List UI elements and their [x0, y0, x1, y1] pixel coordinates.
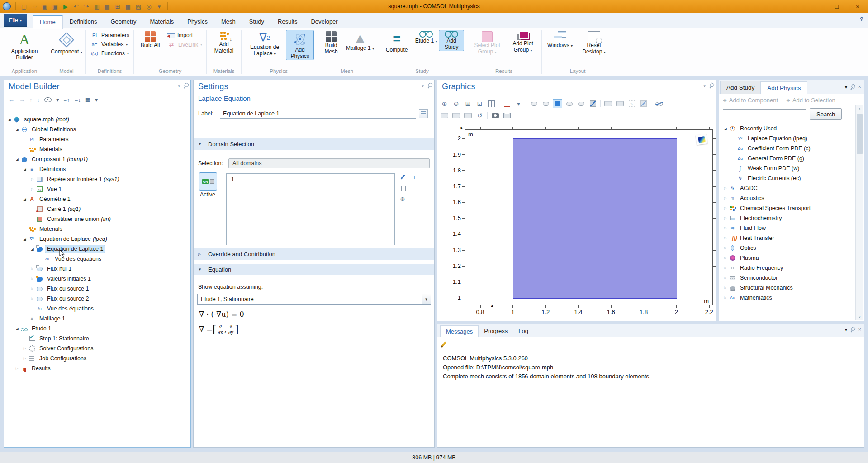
clear-selection-icon[interactable] [588, 100, 597, 108]
close-button[interactable]: × [847, 0, 868, 13]
add-material-button[interactable]: ↓Add Material [209, 30, 239, 54]
maillage-1-button[interactable]: ▲Maillage 1 ▾ [345, 30, 375, 51]
add-physics-tree-item[interactable]: ▷ΔuMathematics [720, 293, 855, 303]
model-builder-tree-item[interactable]: ▷Repère sur frontière 1(sys1) [4, 174, 190, 184]
tab-home[interactable]: Home [33, 15, 63, 29]
scrollbar-thumb[interactable] [857, 114, 863, 154]
pencil-icon[interactable] [441, 341, 446, 347]
model-builder-tree-item[interactable]: Materials [4, 144, 190, 154]
model-builder-tree-item[interactable]: PiParameters [4, 134, 190, 144]
remove-from-selection-icon[interactable]: − [411, 184, 418, 191]
select-boundaries-icon[interactable] [565, 100, 574, 108]
model-builder-tree-item[interactable]: ▷Solver Configurations [4, 344, 190, 353]
select-edges-icon[interactable] [577, 100, 585, 108]
model-builder-tree-item[interactable]: ◢square.mph(root) [4, 115, 190, 124]
tab-physics[interactable]: Physics [180, 14, 214, 28]
select-plot-group-button[interactable]: Select Plot Group ▾ [469, 30, 506, 55]
copy-selection-icon[interactable] [399, 184, 406, 191]
zoom-out-icon[interactable]: ⊖ [452, 100, 460, 108]
qat-menu-caret[interactable]: ▾ [156, 2, 163, 10]
capture-frame-icon[interactable] [616, 100, 624, 108]
tab-progress[interactable]: Progress [479, 325, 513, 337]
expander-icon[interactable]: ▷ [722, 186, 729, 190]
add-physics-tree-item[interactable]: ▷Structural Mechanics [720, 283, 855, 293]
scroll-down-icon[interactable]: ∨ [856, 313, 863, 320]
expander-icon[interactable]: ▷ [29, 187, 36, 191]
add-physics-tree-item[interactable]: ∇²Laplace Equation (lpeq) [720, 134, 855, 143]
active-toggle[interactable]: ON [199, 172, 217, 191]
expander-icon[interactable]: ◢ [21, 237, 28, 241]
section-equation[interactable]: ▼ Equation [194, 264, 434, 275]
section-collapse-icon[interactable]: ▼ [198, 142, 203, 146]
expander-icon[interactable]: ▷ [722, 216, 729, 220]
pin-icon[interactable] [183, 82, 189, 89]
model-tree-node-icon[interactable]: ≣ [85, 96, 90, 103]
help-icon[interactable]: ? [860, 16, 863, 23]
expander-icon[interactable]: ◢ [6, 118, 13, 122]
zoom-to-selection-icon[interactable]: ⊕ [399, 195, 406, 202]
comsol-logo-icon[interactable] [3, 2, 11, 10]
model-builder-tree-item[interactable]: Constituer une union(fin) [4, 214, 190, 224]
add-physics-tree-item[interactable]: ▷Plasma [720, 253, 855, 263]
parameters-button[interactable]: PiParameters [90, 32, 129, 38]
section-domain-selection[interactable]: ▼ Domain Selection [194, 138, 434, 150]
collapse-all-icon[interactable]: ≡↑ [64, 96, 70, 103]
add-physics-tree-item[interactable]: ▷Semiconductor [720, 273, 855, 283]
close-icon[interactable]: × [858, 85, 861, 89]
expander-icon[interactable]: ▷ [722, 226, 729, 230]
deselect-icon[interactable] [639, 100, 648, 108]
model-builder-tree-item[interactable]: ◢Equation de Laplace 1 [4, 244, 190, 254]
show-names-icon[interactable] [419, 109, 428, 118]
expander-icon[interactable]: ◢ [29, 247, 36, 251]
add-to-component-button[interactable]: +Add to Component [723, 96, 778, 104]
show-icon[interactable] [44, 97, 52, 102]
tab-results[interactable]: Results [271, 14, 304, 28]
save-icon[interactable]: ▣ [41, 2, 48, 10]
expander-icon[interactable]: ▷ [722, 196, 729, 200]
expander-icon[interactable]: ▷ [29, 277, 36, 281]
model-builder-tree-item[interactable]: ▷Flux nul 1 [4, 264, 190, 274]
add-physics-tree-item[interactable]: ▷)))Acoustics [720, 193, 855, 203]
minimize-button[interactable]: – [806, 0, 826, 13]
variables-button[interactable]: a=Variables▾ [90, 41, 129, 48]
model-builder-tree-item[interactable]: Step 1: Stationnaire [4, 334, 190, 344]
plot-area[interactable]: m m 0.811.21.41.61.822.221.91.81.71.61.5… [465, 129, 713, 305]
expander-icon[interactable]: ◢ [14, 128, 20, 132]
expander-icon[interactable]: ◢ [21, 197, 28, 201]
expander-icon[interactable]: ▷ [29, 297, 36, 301]
reset-desktop-button[interactable]: Reset Desktop ▾ [577, 30, 611, 55]
section-collapse-icon[interactable]: ▼ [198, 267, 203, 272]
image-window-icon[interactable] [487, 100, 496, 108]
add-physics-tree-item[interactable]: ΔuGeneral Form PDE (g) [720, 153, 855, 163]
tab-add-study[interactable]: Add Study [720, 81, 761, 94]
model-builder-tree-item[interactable]: ◢∇²Equation de Laplace(lpeq) [4, 234, 190, 244]
preview-icon[interactable]: ◎ [145, 2, 152, 10]
model-builder-tree-item[interactable]: ◢Etude 1 [4, 324, 190, 334]
add-physics-tree-item[interactable]: ▷Heat Transfer [720, 233, 855, 243]
zoom-extents-icon[interactable]: ⊡ [475, 100, 484, 108]
pin-icon[interactable] [849, 326, 855, 333]
panel-menu-caret-icon[interactable]: ▾ [703, 84, 706, 88]
expander-icon[interactable]: ▷ [722, 206, 729, 210]
snapshot-icon[interactable] [491, 111, 499, 119]
windows-button[interactable]: Windows ▾ [544, 30, 576, 48]
scrollbar[interactable]: ∧ ∨ [855, 105, 863, 320]
expander-icon[interactable]: ◢ [722, 127, 729, 131]
expander-icon[interactable]: ▷ [29, 267, 36, 271]
build-all-button[interactable]: Build All [136, 30, 164, 48]
model-builder-tree-item[interactable]: ▲Maillage 1 [4, 314, 190, 324]
hide-objects-icon[interactable] [655, 100, 663, 108]
model-builder-tree-item[interactable]: ∂uVue des équations [4, 254, 190, 264]
expander-icon[interactable]: ◢ [14, 158, 20, 162]
expander-icon[interactable]: ▷ [722, 296, 729, 300]
add-physics-tree-item[interactable]: ▷ϟAC/DC [720, 183, 855, 193]
select-cursor-icon[interactable]: ↖ [627, 100, 636, 108]
model-builder-tree-item[interactable]: ◢AGéométrie 1 [4, 194, 190, 204]
select-icon[interactable]: ▧ [135, 2, 142, 10]
add-to-selection-button[interactable]: +Add to Selection [786, 96, 835, 104]
model-builder-tree-item[interactable]: ◢≡Definitions [4, 164, 190, 174]
expander-icon[interactable]: ▷ [29, 177, 36, 181]
zoom-box-icon[interactable]: ⊞ [464, 100, 472, 108]
label-input[interactable]: Equation de Laplace 1 [220, 109, 416, 119]
expander-icon[interactable]: ▷ [21, 357, 28, 360]
